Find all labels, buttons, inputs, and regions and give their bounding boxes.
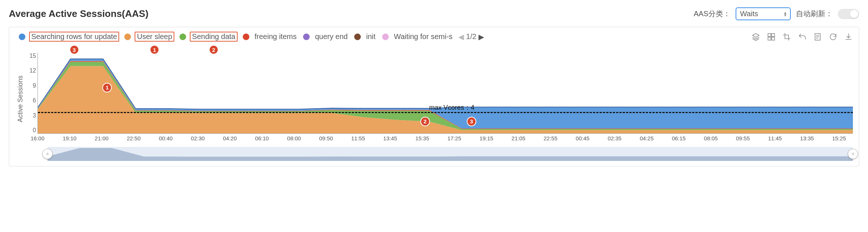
page-title: Average Active Sessions(AAS) — [9, 8, 149, 20]
xtick: 09:55 — [736, 135, 750, 145]
max-vcores-label: max Vcores：4 — [429, 103, 474, 112]
xtick: 19:10 — [63, 135, 77, 145]
ytick: 0 — [24, 127, 36, 134]
legend-label[interactable]: User sleep — [135, 32, 174, 42]
max-vcores-line — [38, 112, 853, 113]
area-init — [38, 59, 853, 109]
plot-region[interactable]: max Vcores：4 123 — [38, 53, 853, 134]
xtick: 21:05 — [512, 135, 526, 145]
chart-panel: Searching rows for updateUser sleepSendi… — [9, 27, 859, 166]
ytick: 3 — [24, 112, 36, 119]
chart-annotation-badge: 2 — [420, 117, 430, 126]
xtick: 11:45 — [768, 135, 782, 145]
header-row: Average Active Sessions(AAS) AAS分类： Wait… — [9, 7, 859, 20]
xtick: 15:25 — [832, 135, 846, 145]
brush-area — [47, 148, 853, 161]
xtick: 11:55 — [351, 135, 365, 145]
xtick: 21:00 — [95, 135, 109, 145]
panel-topbar: Searching rows for updateUser sleepSendi… — [15, 32, 853, 42]
chart-area: Active Sessions 15129630 max Vcores：4 12… — [15, 53, 853, 145]
toolbar-icons — [751, 32, 853, 41]
xtick: 04:25 — [640, 135, 654, 145]
xtick: 09:50 — [319, 135, 333, 145]
legend-pager: ◀1/2▶ — [458, 32, 484, 41]
svg-rect-0 — [768, 34, 771, 36]
legend-label[interactable]: freeing items — [253, 32, 298, 41]
xtick: 08:05 — [704, 135, 718, 145]
xtick: 17:25 — [447, 135, 461, 145]
classify-select[interactable]: Waits ▴▾ — [736, 7, 791, 20]
legend-label[interactable]: init — [364, 32, 377, 41]
header-controls: AAS分类： Waits ▴▾ 自动刷新： — [694, 7, 859, 20]
download-icon[interactable] — [844, 32, 853, 41]
legend-swatch[interactable] — [179, 34, 186, 40]
legend-label[interactable]: Sending data — [190, 32, 238, 42]
xtick: 02:30 — [191, 135, 205, 145]
pager-text: 1/2 — [466, 32, 476, 41]
stacked-area — [38, 53, 853, 133]
area-outline — [38, 59, 853, 109]
legend-swatch[interactable] — [19, 34, 25, 40]
xtick: 16:00 — [31, 135, 45, 145]
xtick: 06:10 — [255, 135, 269, 145]
ytick: 15 — [24, 53, 36, 59]
brush-mini-chart — [47, 147, 853, 161]
layers-icon[interactable] — [751, 32, 760, 41]
legend-swatch[interactable] — [124, 34, 131, 40]
crop-icon[interactable] — [782, 32, 791, 41]
chart-annotation-badge: 3 — [467, 117, 476, 126]
pager-prev-icon[interactable]: ◀ — [458, 32, 464, 41]
xtick: 13:35 — [800, 135, 814, 145]
xtick: 00:45 — [576, 135, 590, 145]
chart: 15129630 max Vcores：4 123 16:0019:1021:0… — [24, 53, 853, 145]
refresh-icon[interactable] — [829, 32, 837, 41]
area-waiting-for-semi-sync — [38, 59, 853, 109]
ytick: 9 — [24, 82, 36, 89]
xtick: 15:35 — [415, 135, 429, 145]
document-icon[interactable] — [813, 32, 822, 41]
legend-swatch[interactable] — [243, 34, 249, 40]
y-axis-label: Active Sessions — [15, 53, 24, 145]
svg-rect-1 — [772, 34, 775, 36]
ytick: 12 — [24, 67, 36, 74]
pager-next-icon[interactable]: ▶ — [479, 32, 484, 41]
ytick: 6 — [24, 97, 36, 104]
brush-handle-right[interactable]: ≡ — [848, 149, 858, 159]
legend: Searching rows for updateUser sleepSendi… — [15, 32, 484, 42]
autorefresh-label: 自动刷新： — [796, 9, 833, 19]
time-brush[interactable]: ≡ ≡ — [47, 147, 853, 161]
svg-rect-3 — [772, 37, 775, 40]
legend-label[interactable]: Searching rows for update — [29, 32, 119, 42]
x-ticks: 16:0019:1021:0022:5000:4002:3004:2006:10… — [38, 135, 853, 145]
xtick: 00:40 — [159, 135, 173, 145]
xtick: 02:35 — [608, 135, 622, 145]
xtick: 22:55 — [544, 135, 558, 145]
xtick: 19:15 — [480, 135, 494, 145]
legend-swatch[interactable] — [382, 34, 389, 40]
chart-annotation-badge: 1 — [102, 83, 112, 92]
area-query-end — [38, 59, 853, 109]
xtick: 08:00 — [287, 135, 301, 145]
legend-label[interactable]: query end — [313, 32, 349, 41]
grid-icon[interactable] — [767, 32, 776, 41]
classify-label: AAS分类： — [694, 9, 730, 19]
select-caret-icon: ▴▾ — [784, 11, 786, 17]
xtick: 13:45 — [383, 135, 397, 145]
brush-handle-left[interactable]: ≡ — [42, 149, 53, 159]
legend-label[interactable]: Waiting for semi-s — [392, 32, 454, 41]
xtick: 06:15 — [672, 135, 686, 145]
legend-swatch[interactable] — [303, 34, 310, 40]
classify-value: Waits — [740, 10, 758, 18]
legend-swatch[interactable] — [354, 34, 361, 40]
xtick: 04:20 — [223, 135, 237, 145]
undo-icon[interactable] — [798, 32, 807, 41]
y-ticks: 15129630 — [24, 53, 36, 134]
svg-rect-2 — [768, 37, 771, 40]
autorefresh-toggle[interactable] — [838, 9, 859, 19]
xtick: 22:50 — [127, 135, 141, 145]
